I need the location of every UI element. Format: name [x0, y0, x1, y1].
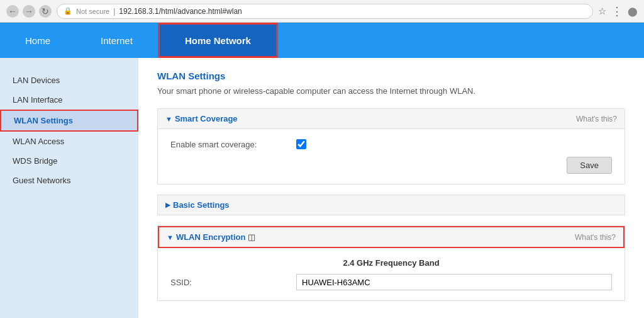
- page-description: Your smart phone or wireless-capable com…: [157, 86, 625, 96]
- browser-nav-buttons[interactable]: ← → ↻: [6, 5, 52, 18]
- ssid-label: SSID:: [170, 278, 296, 287]
- ssid-row: SSID:: [170, 274, 612, 290]
- nav-internet[interactable]: Internet: [75, 23, 158, 58]
- not-secure-label: Not secure: [76, 8, 109, 15]
- smart-coverage-body: Enable smart coverage: Save: [158, 129, 625, 184]
- wlan-encryption-whats-this[interactable]: What's this?: [575, 233, 616, 242]
- wlan-encryption-title: WLAN Encryption: [176, 232, 246, 242]
- sidebar-item-wlan-access[interactable]: WLAN Access: [0, 132, 138, 151]
- enable-smart-coverage-row: Enable smart coverage:: [170, 139, 612, 149]
- wlan-encryption-arrow: ▼: [167, 234, 174, 241]
- url-text: 192.168.3.1/html/advance.html#wlan: [119, 7, 242, 16]
- sidebar-item-wlan-settings[interactable]: WLAN Settings: [0, 110, 138, 132]
- lock-icon: 🔒: [64, 7, 72, 15]
- basic-settings-header[interactable]: ▶ Basic Settings: [158, 195, 625, 215]
- enable-smart-coverage-checkbox[interactable]: [296, 139, 306, 149]
- menu-icon[interactable]: ⋮: [611, 4, 623, 18]
- sidebar-item-guest-networks[interactable]: Guest Networks: [0, 171, 138, 190]
- extension-icon: ⬤: [628, 6, 638, 16]
- smart-coverage-save-button[interactable]: Save: [567, 157, 612, 174]
- back-button[interactable]: ←: [6, 5, 19, 18]
- sidebar-item-wds-bridge[interactable]: WDS Bridge: [0, 151, 138, 171]
- nav-bar: Home Internet Home Network: [0, 23, 644, 58]
- sidebar-item-lan-interface[interactable]: LAN Interface: [0, 90, 138, 110]
- sidebar: LAN Devices LAN Interface WLAN Settings …: [0, 58, 138, 318]
- cursor-indicator: ◫: [248, 232, 255, 242]
- content-area: WLAN Settings Your smart phone or wirele…: [138, 58, 644, 318]
- browser-chrome: ← → ↻ 🔒 Not secure | 192.168.3.1/html/ad…: [0, 0, 644, 23]
- wlan-encryption-header[interactable]: ▼ WLAN Encryption ◫ What's this?: [158, 226, 625, 248]
- page-title: WLAN Settings: [157, 71, 625, 81]
- wlan-encryption-body: 2.4 GHz Frequency Band SSID:: [158, 248, 625, 300]
- basic-settings-title: Basic Settings: [173, 200, 230, 210]
- smart-coverage-section: ▼ Smart Coverage What's this? Enable sma…: [157, 108, 625, 185]
- ssid-input[interactable]: [296, 274, 612, 290]
- nav-home-network[interactable]: Home Network: [158, 23, 278, 58]
- smart-coverage-title: Smart Coverage: [175, 114, 238, 123]
- forward-button[interactable]: →: [23, 5, 35, 18]
- sidebar-item-lan-devices[interactable]: LAN Devices: [0, 71, 138, 90]
- smart-coverage-arrow: ▼: [165, 115, 172, 123]
- basic-settings-arrow: ▶: [165, 201, 170, 209]
- enable-smart-coverage-label: Enable smart coverage:: [170, 140, 296, 149]
- star-icon[interactable]: ☆: [598, 6, 606, 17]
- freq-band-title: 2.4 GHz Frequency Band: [170, 258, 612, 268]
- smart-coverage-header[interactable]: ▼ Smart Coverage What's this?: [158, 109, 625, 129]
- address-bar[interactable]: 🔒 Not secure | 192.168.3.1/html/advance.…: [57, 4, 593, 19]
- reload-button[interactable]: ↻: [39, 5, 52, 18]
- browser-actions: ☆ ⋮ ⬤: [598, 4, 638, 18]
- smart-coverage-whats-this[interactable]: What's this?: [576, 115, 617, 123]
- basic-settings-section: ▶ Basic Settings: [157, 195, 625, 215]
- main-layout: LAN Devices LAN Interface WLAN Settings …: [0, 58, 644, 318]
- nav-home[interactable]: Home: [0, 23, 75, 58]
- wlan-encryption-section: ▼ WLAN Encryption ◫ What's this? 2.4 GHz…: [157, 225, 625, 301]
